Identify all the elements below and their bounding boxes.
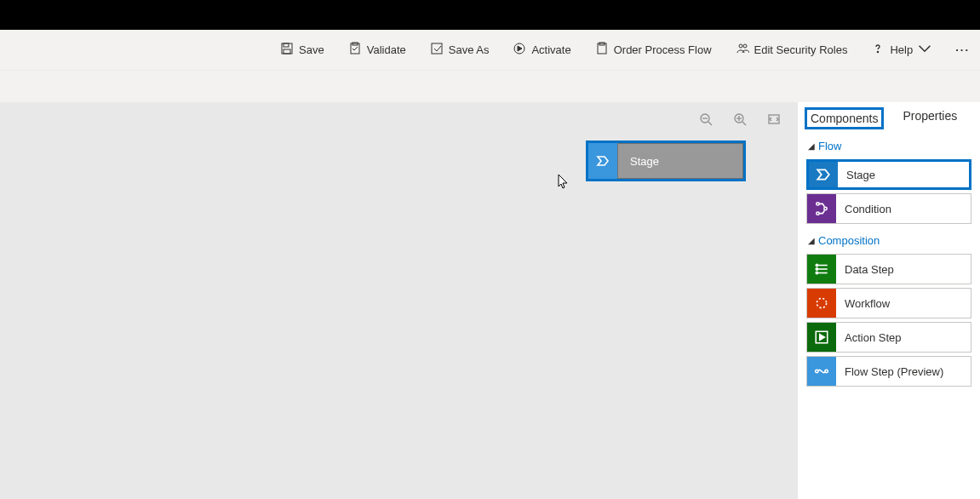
palette-item-data-step-label: Data Step bbox=[836, 263, 971, 276]
svg-line-14 bbox=[708, 122, 712, 125]
fit-icon[interactable] bbox=[767, 112, 781, 129]
palette-item-flow-step-label: Flow Step (Preview) bbox=[836, 365, 971, 378]
zoom-in-icon[interactable] bbox=[733, 112, 747, 129]
save-icon bbox=[280, 42, 294, 58]
palette-item-data-step[interactable]: Data Step bbox=[806, 254, 971, 284]
palette-item-condition-label: Condition bbox=[836, 203, 971, 215]
help-label: Help bbox=[890, 43, 913, 56]
dragged-stage-label: Stage bbox=[617, 143, 743, 179]
section-composition-label: Composition bbox=[818, 234, 880, 247]
tab-properties[interactable]: Properties bbox=[899, 107, 960, 129]
process-button[interactable]: Order Process Flow bbox=[595, 42, 712, 58]
palette-item-flow-step[interactable]: Flow Step (Preview) bbox=[806, 356, 971, 387]
process-label: Order Process Flow bbox=[614, 43, 712, 56]
palette-item-stage[interactable]: Stage bbox=[806, 159, 971, 190]
save-label: Save bbox=[299, 43, 324, 56]
overflow-button[interactable]: ··· bbox=[955, 43, 970, 56]
svg-point-27 bbox=[816, 268, 817, 270]
svg-point-21 bbox=[824, 207, 827, 209]
section-header-flow[interactable]: ◢ Flow bbox=[798, 133, 980, 156]
help-icon bbox=[871, 42, 885, 58]
palette-item-flow-step-icon bbox=[807, 357, 836, 386]
svg-point-10 bbox=[743, 44, 747, 48]
palette-item-action-step-label: Action Step bbox=[836, 331, 971, 344]
save-button[interactable]: Save bbox=[280, 42, 324, 58]
svg-point-28 bbox=[816, 272, 817, 273]
tab-components[interactable]: Components bbox=[805, 107, 884, 129]
palette-item-data-step-icon bbox=[807, 255, 836, 284]
palette-item-workflow-icon bbox=[807, 289, 836, 318]
roles-icon bbox=[736, 42, 749, 58]
process-icon bbox=[595, 42, 609, 58]
palette-item-condition[interactable]: Condition bbox=[806, 193, 971, 224]
chevron-down-icon bbox=[918, 42, 931, 58]
svg-point-29 bbox=[817, 298, 826, 307]
section-flow-label: Flow bbox=[818, 140, 841, 152]
activate-icon bbox=[513, 42, 526, 58]
help-button[interactable]: Help bbox=[871, 42, 931, 58]
palette-item-stage-icon bbox=[809, 162, 838, 187]
validate-icon bbox=[348, 42, 362, 58]
section-header-composition[interactable]: ◢ Composition bbox=[798, 227, 980, 250]
svg-point-11 bbox=[878, 51, 879, 52]
activate-label: Activate bbox=[531, 43, 570, 56]
svg-rect-5 bbox=[432, 43, 442, 54]
edit-roles-button[interactable]: Edit Security Roles bbox=[736, 42, 848, 58]
stage-icon bbox=[588, 143, 617, 179]
validate-label: Validate bbox=[367, 43, 406, 56]
caret-down-icon: ◢ bbox=[808, 141, 815, 151]
zoom-out-icon[interactable] bbox=[699, 112, 713, 129]
more-icon: ··· bbox=[955, 43, 970, 56]
palette-item-action-step[interactable]: Action Step bbox=[806, 322, 971, 353]
toolbar-sub bbox=[0, 71, 980, 102]
activate-button[interactable]: Activate bbox=[513, 42, 570, 58]
palette-item-workflow-label: Workflow bbox=[836, 297, 971, 310]
window-titlebar bbox=[0, 0, 980, 30]
svg-line-18 bbox=[742, 122, 746, 125]
palette-item-workflow[interactable]: Workflow bbox=[806, 288, 971, 318]
panel-tabs: Components Properties bbox=[798, 102, 980, 133]
save-as-button[interactable]: Save As bbox=[430, 42, 490, 58]
mouse-cursor bbox=[558, 174, 568, 189]
right-panel: Components Properties ◢ Flow StageCondit… bbox=[798, 102, 980, 499]
svg-rect-1 bbox=[284, 43, 289, 47]
svg-point-9 bbox=[739, 44, 742, 48]
caret-down-icon: ◢ bbox=[808, 236, 815, 245]
roles-label: Edit Security Roles bbox=[754, 43, 848, 56]
svg-point-26 bbox=[816, 264, 817, 266]
palette-item-condition-icon bbox=[807, 194, 836, 223]
save-as-label: Save As bbox=[449, 43, 490, 56]
palette-item-action-step-icon bbox=[807, 323, 836, 352]
svg-rect-2 bbox=[284, 49, 290, 54]
palette-item-stage-label: Stage bbox=[838, 169, 969, 181]
save-as-icon bbox=[430, 42, 444, 58]
toolbar: Save Validate Save As Activate Order Pro… bbox=[0, 30, 980, 71]
validate-button[interactable]: Validate bbox=[348, 42, 406, 58]
canvas-controls bbox=[699, 112, 781, 129]
dragged-stage-chip[interactable]: Stage bbox=[586, 141, 746, 181]
